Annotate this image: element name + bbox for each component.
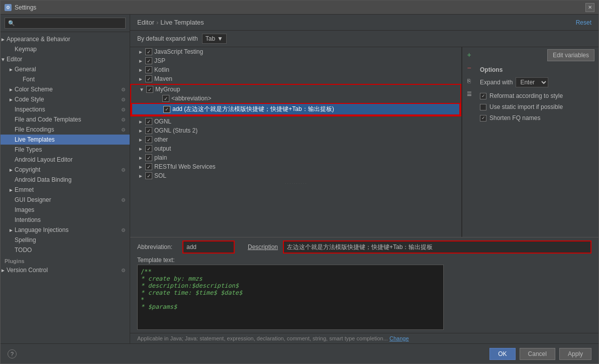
sidebar-item-font[interactable]: Font bbox=[1, 74, 130, 84]
description-input[interactable] bbox=[284, 241, 590, 253]
sidebar-item-spelling[interactable]: Spelling bbox=[1, 235, 130, 245]
settings-icon: ⚙ bbox=[121, 268, 126, 273]
tree-checkbox[interactable] bbox=[145, 127, 152, 134]
reset-button[interactable]: Reset bbox=[576, 19, 591, 26]
sidebar-item-version-control[interactable]: ► Version Control ⚙ bbox=[1, 265, 130, 275]
add-template-button[interactable]: + bbox=[464, 49, 475, 60]
search-input-wrapper[interactable]: 🔍 bbox=[5, 18, 126, 29]
sidebar-item-todo[interactable]: TODO bbox=[1, 245, 130, 255]
tree-arrow-icon: ► bbox=[138, 146, 145, 152]
tree-checkbox[interactable] bbox=[162, 95, 169, 102]
tree-item-maven[interactable]: ► Maven bbox=[130, 74, 461, 83]
tree-checkbox[interactable] bbox=[145, 75, 152, 82]
sidebar-item-general[interactable]: ► General bbox=[1, 64, 130, 74]
tree-item-abbreviation[interactable]: <abbreviation> bbox=[131, 94, 460, 103]
sidebar-item-gui-designer[interactable]: GUI Designer ⚙ bbox=[1, 195, 130, 205]
tree-arrow-icon: ▼ bbox=[139, 87, 146, 92]
sidebar-item-file-types[interactable]: File Types bbox=[1, 145, 130, 155]
tree-arrow-icon: ► bbox=[138, 128, 145, 134]
applicable-text: Applicable in Java; Java: statement, exp… bbox=[137, 335, 388, 341]
sidebar-item-live-templates[interactable]: Live Templates bbox=[1, 135, 130, 145]
expand-with-select[interactable]: Enter Tab Space bbox=[516, 77, 548, 87]
tree-item-ognl-struts[interactable]: ► OGNL (Struts 2) bbox=[130, 126, 461, 135]
tree-item-other[interactable]: ► other bbox=[130, 135, 461, 144]
sidebar-item-file-code-templates[interactable]: File and Code Templates ⚙ bbox=[1, 114, 130, 125]
sidebar-item-keymap[interactable]: Keymap bbox=[1, 44, 130, 54]
static-import-row[interactable]: Use static import if possible bbox=[480, 103, 594, 110]
shorten-fq-row[interactable]: Shorten FQ names bbox=[480, 114, 594, 122]
sidebar-item-language-injections[interactable]: ► Language Injections ⚙ bbox=[1, 225, 130, 235]
tree-checkbox[interactable] bbox=[145, 145, 152, 152]
cancel-button[interactable]: Cancel bbox=[520, 348, 555, 360]
copy-template-button[interactable]: ⎘ bbox=[464, 75, 475, 86]
sidebar-item-android-layout[interactable]: Android Layout Editor bbox=[1, 155, 130, 165]
shorten-fq-checkbox[interactable] bbox=[480, 115, 486, 122]
tree-checkbox[interactable] bbox=[145, 57, 152, 64]
sidebar-item-code-style[interactable]: ► Code Style ⚙ bbox=[1, 94, 130, 104]
ok-button[interactable]: OK bbox=[489, 348, 515, 360]
tree-checkbox[interactable] bbox=[145, 172, 152, 179]
tree-checkbox[interactable] bbox=[145, 136, 152, 143]
code-line: * create by: mmzs bbox=[141, 275, 440, 282]
tree-item-output[interactable]: ► output bbox=[130, 144, 461, 153]
sidebar-item-label: Inspections bbox=[15, 106, 121, 113]
breadcrumb-live-templates: Live Templates bbox=[160, 19, 204, 26]
tree-item-jsp[interactable]: ► JSP bbox=[130, 56, 461, 65]
search-input[interactable] bbox=[17, 20, 122, 27]
dropdown-arrow-icon: ▼ bbox=[217, 35, 223, 42]
tree-arrow-icon: ► bbox=[138, 164, 145, 170]
sidebar-item-label: File Encodings bbox=[15, 126, 121, 133]
sidebar-item-appearance[interactable]: ► Appearance & Behavior bbox=[1, 34, 130, 44]
template-text-editor[interactable]: /** * create by: mmzs * description:$des… bbox=[137, 265, 444, 330]
description-label[interactable]: Description bbox=[248, 244, 278, 251]
sidebar-item-emmet[interactable]: ► Emmet bbox=[1, 185, 130, 195]
apply-button[interactable]: Apply bbox=[559, 348, 591, 360]
sidebar-item-color-scheme[interactable]: ► Color Scheme ⚙ bbox=[1, 84, 130, 94]
tree-item-add[interactable]: add (左边这个就是方法模版快捷键；快捷键+Tab：输出提板) bbox=[131, 103, 460, 115]
settings-icon: ⚙ bbox=[121, 107, 126, 112]
tree-checkbox[interactable] bbox=[145, 118, 152, 125]
abbreviation-input[interactable] bbox=[183, 241, 234, 253]
reformat-row[interactable]: Reformat according to style bbox=[480, 92, 594, 99]
tree-checkbox[interactable] bbox=[145, 66, 152, 73]
close-button[interactable]: ✕ bbox=[585, 3, 594, 12]
tree-item-sol[interactable]: ► SOL bbox=[130, 171, 461, 180]
settings-icon: ⚙ bbox=[121, 227, 126, 233]
tree-checkbox[interactable] bbox=[145, 48, 152, 55]
tree-item-kotlin[interactable]: ► Kotlin bbox=[130, 65, 461, 74]
panel-header: Editor › Live Templates Reset bbox=[130, 15, 598, 31]
reformat-checkbox[interactable] bbox=[480, 93, 486, 99]
sidebar-item-file-encodings[interactable]: File Encodings ⚙ bbox=[1, 125, 130, 135]
tree-item-js-testing[interactable]: ► JavaScript Testing bbox=[130, 47, 461, 56]
arrow-icon: ► bbox=[1, 268, 7, 273]
tree-item-mygroup[interactable]: ▼ MyGroup bbox=[131, 85, 460, 94]
sidebar-item-editor[interactable]: ▼ Editor bbox=[1, 54, 130, 64]
static-import-checkbox[interactable] bbox=[480, 104, 486, 110]
tree-arrow-icon: ► bbox=[138, 58, 145, 64]
tree-checkbox[interactable] bbox=[145, 163, 152, 170]
expand-value: Tab bbox=[206, 35, 215, 42]
move-template-button[interactable]: ☰ bbox=[464, 88, 475, 99]
tree-checkbox[interactable] bbox=[146, 86, 153, 93]
sidebar-item-intentions[interactable]: Intentions bbox=[1, 215, 130, 225]
sidebar-item-android-data-binding[interactable]: Android Data Binding bbox=[1, 175, 130, 185]
expand-dropdown[interactable]: Tab ▼ bbox=[202, 34, 227, 44]
remove-template-button[interactable]: − bbox=[464, 62, 475, 73]
sidebar-item-copyright[interactable]: ► Copyright ⚙ bbox=[1, 165, 130, 175]
tree-checkbox[interactable] bbox=[163, 106, 170, 113]
tree-item-restful[interactable]: ► RESTful Web Services bbox=[130, 162, 461, 171]
tree-item-label: Maven bbox=[154, 75, 172, 82]
arrow-icon: ► bbox=[9, 67, 15, 72]
tree-item-plain[interactable]: ► plain bbox=[130, 153, 461, 162]
change-link[interactable]: Change bbox=[389, 335, 409, 341]
tree-arrow-icon: ► bbox=[138, 67, 145, 73]
expand-with-row: Expand with Enter Tab Space bbox=[480, 77, 594, 87]
sidebar-item-inspections[interactable]: Inspections ⚙ bbox=[1, 104, 130, 114]
tree-item-ognl[interactable]: ► OGNL bbox=[130, 117, 461, 126]
tree-checkbox[interactable] bbox=[145, 154, 152, 161]
code-line: * bbox=[141, 296, 440, 303]
help-button[interactable]: ? bbox=[8, 349, 17, 358]
edit-variables-button[interactable]: Edit variables bbox=[547, 49, 594, 61]
plugins-section: Plugins bbox=[1, 255, 130, 265]
sidebar-item-images[interactable]: Images bbox=[1, 205, 130, 215]
